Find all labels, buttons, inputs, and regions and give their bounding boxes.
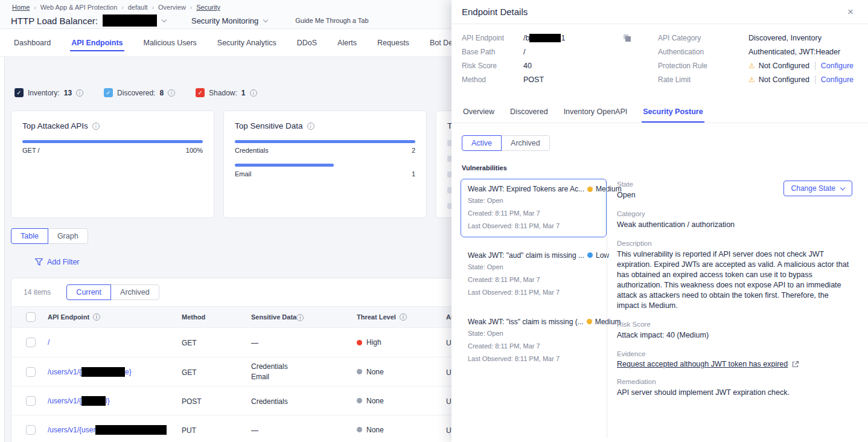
method-cell: GET [182, 339, 197, 347]
chevron-down-icon[interactable] [162, 17, 167, 22]
col-threat-level[interactable]: Threat Level [357, 313, 396, 321]
redacted-path-segment [95, 425, 167, 435]
top-attacked-apis-card: Top Attacked APIs GET / 100% [11, 110, 214, 218]
sensitive-cell: — [251, 339, 258, 347]
table-view-button[interactable]: Table [11, 228, 48, 244]
configure-ratelimit-link[interactable]: Configure [821, 75, 854, 84]
endpoint-link[interactable]: /users/v1/{e} [48, 367, 132, 377]
filter-shadow[interactable]: Shadow: 1 [196, 88, 257, 97]
monitoring-mode-select[interactable]: Security Monitoring [191, 16, 267, 25]
divider [815, 62, 815, 70]
archived-button[interactable]: Archived [501, 135, 550, 151]
breadcrumb-waap[interactable]: Web App & API Protection [40, 4, 118, 11]
severity-dot [587, 187, 593, 192]
info-icon[interactable] [168, 89, 175, 97]
active-button[interactable]: Active [462, 135, 502, 151]
vulnerability-card[interactable]: Weak JWT: "aud" claim is missing ... Low… [461, 245, 607, 304]
tab-requests[interactable]: Requests [367, 29, 420, 56]
current-button[interactable]: Current [66, 284, 111, 300]
tab-api-endpoints[interactable]: API Endpoints [61, 29, 133, 56]
threat-dot [357, 340, 362, 345]
col-sensitive-data[interactable]: Sensitive Data [251, 313, 296, 321]
breadcrumb-separator: › [121, 4, 123, 11]
vulnerability-card[interactable]: Weak JWT: "iss" claim is missing (... Me… [461, 312, 607, 370]
select-all-checkbox[interactable] [26, 312, 36, 322]
bar-label: Email [235, 170, 252, 178]
tab-dashboard[interactable]: Dashboard [4, 29, 61, 56]
info-icon[interactable] [296, 314, 304, 321]
threat-cell: None [366, 426, 384, 434]
external-link-icon[interactable] [792, 360, 799, 368]
archived-button[interactable]: Archived [110, 284, 159, 300]
evidence-link[interactable]: Request accepted although JWT token has … [617, 360, 788, 368]
redacted-endpoint-segment [529, 34, 561, 42]
sensitive-cell: Email [251, 373, 357, 381]
breadcrumb-home[interactable]: Home [12, 4, 30, 11]
bar-value: 2 [412, 147, 415, 154]
field-label: Risk Score [462, 62, 523, 70]
tab-discovered[interactable]: Discovered [502, 102, 556, 123]
vuln-created: Created: 8:11 PM, Mar 7 [468, 209, 599, 219]
redacted-path-segment [81, 367, 125, 377]
endpoint-link[interactable]: /users/v1/{user [48, 425, 167, 435]
category-value: Weak authentication / authorization [617, 220, 852, 230]
endpoint-link[interactable]: /users/v1/{l} [48, 396, 110, 406]
tab-security-posture[interactable]: Security Posture [635, 102, 710, 123]
copy-icon[interactable] [623, 34, 631, 45]
field-label: API Endpoint [462, 34, 523, 42]
protection-rule-value: Not ConfiguredConfigure [748, 62, 854, 70]
info-icon[interactable] [92, 123, 100, 130]
graph-view-button[interactable]: Graph [48, 228, 88, 244]
breadcrumb-separator: › [34, 4, 36, 11]
breadcrumb-security[interactable]: Security [196, 4, 220, 11]
top-sensitive-data-card: Top Sensitive Data Credentials 2 Email 1 [223, 110, 427, 218]
sensitive-cell: Credentials [251, 362, 357, 371]
info-icon[interactable] [76, 89, 83, 97]
monitoring-mode-label: Security Monitoring [191, 16, 258, 25]
tab-security-analytics[interactable]: Security Analytics [207, 29, 287, 56]
sensitive-cell: — [251, 426, 258, 435]
change-state-button[interactable]: Change State [783, 181, 852, 196]
tab-inventory-openapi[interactable]: Inventory OpenAPI [556, 102, 636, 123]
vulnerability-card[interactable]: Weak JWT: Expired Tokens are Ac... Mediu… [461, 179, 607, 237]
row-checkbox[interactable] [26, 367, 36, 377]
checkbox-checked-icon[interactable] [104, 88, 113, 97]
warning-icon [748, 75, 755, 84]
close-icon[interactable]: × [847, 7, 854, 17]
breadcrumb-overview[interactable]: Overview [158, 4, 186, 11]
view-toggle: Table Graph [11, 228, 88, 244]
info-icon[interactable] [400, 313, 407, 321]
row-checkbox[interactable] [26, 338, 36, 347]
endpoint-link[interactable]: / [48, 338, 49, 347]
breadcrumb-default[interactable]: default [128, 4, 148, 11]
info-icon[interactable] [307, 123, 314, 130]
filter-inventory[interactable]: Inventory: 13 [14, 88, 83, 97]
row-checkbox[interactable] [26, 396, 36, 406]
guide-me-link[interactable]: Guide Me Through a Tab [295, 17, 368, 24]
severity-dot [587, 319, 592, 324]
tab-ddos[interactable]: DDoS [287, 29, 327, 56]
method-cell: GET [182, 368, 197, 377]
method-cell: PUT [182, 426, 196, 435]
tab-alerts[interactable]: Alerts [327, 29, 367, 56]
breadcrumb-separator: › [190, 4, 192, 11]
info-icon[interactable] [250, 89, 257, 97]
row-checkbox[interactable] [26, 425, 36, 435]
col-api-endpoint[interactable]: API Endpoint [48, 313, 89, 321]
filter-discovered[interactable]: Discovered: 8 [104, 88, 175, 97]
active-archived-toggle: Active Archived [462, 135, 550, 151]
tab-overview[interactable]: Overview [455, 102, 502, 123]
checkbox-checked-icon[interactable] [196, 88, 205, 97]
filter-label: Shadow: [209, 89, 237, 97]
field-label: API Category [658, 34, 748, 42]
col-method[interactable]: Method [182, 313, 205, 321]
field-label: Protection Rule [658, 62, 748, 70]
remediation-value: API server should implement JWT expirati… [617, 388, 852, 398]
method-value: POST [523, 75, 544, 84]
configure-protection-link[interactable]: Configure [821, 62, 854, 70]
left-rail[interactable] [0, 57, 5, 442]
page-title: HTTP Load Balancer: [11, 16, 98, 26]
tab-malicious-users[interactable]: Malicious Users [133, 29, 207, 56]
info-icon[interactable] [93, 313, 100, 321]
checkbox-checked-icon[interactable] [14, 88, 24, 97]
